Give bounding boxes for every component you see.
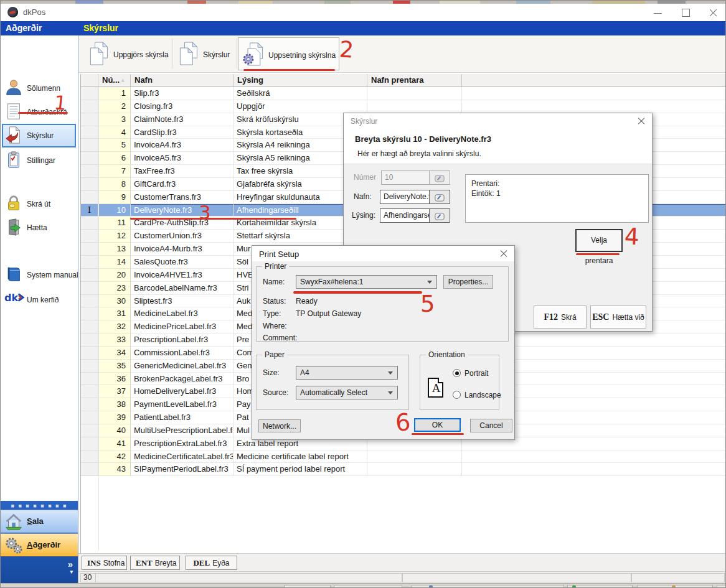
sidebar-item-skra-ut[interactable]: Skrá út <box>2 192 76 216</box>
row-selector-cell[interactable] <box>81 307 98 320</box>
table-row[interactable]: 1 Slip.fr3 Seðilskrá <box>81 87 726 100</box>
dialog-title: Skýrslur <box>351 117 377 126</box>
maximize-button[interactable] <box>672 4 699 21</box>
row-selector-cell[interactable] <box>81 113 98 126</box>
toolbar-button-uppgjors-skyrsla[interactable]: Uppgjörs skýrsla <box>83 37 171 70</box>
column-header-nafn-prentara[interactable]: Nafn prentara <box>367 74 462 86</box>
log-document-icon <box>4 102 23 121</box>
row-selector-cell[interactable] <box>81 165 98 178</box>
ok-button[interactable]: OK <box>414 418 461 432</box>
column-header-nafn[interactable]: Nafn <box>131 74 233 86</box>
taskbar-item[interactable] <box>284 585 331 588</box>
nav-overflow-chevron[interactable]: »▾ <box>68 561 73 576</box>
row-selector-cell[interactable] <box>81 411 98 424</box>
nav-gripper[interactable]: ■ ■ ■ ■ ■ ■ ■ ■ <box>1 504 78 508</box>
sidebar-item-skyrslur[interactable]: Skýrslur <box>2 124 76 147</box>
sidebar-item-system-manual[interactable]: System manual <box>2 263 76 287</box>
row-selector-cell[interactable] <box>81 178 98 191</box>
cell-numer: 14 <box>98 256 131 269</box>
esc-haetta-vid-button[interactable]: ESCHætta við <box>590 306 646 329</box>
cell-numer: 33 <box>98 334 131 347</box>
ins-stofna-button[interactable]: INSStofna <box>82 556 127 570</box>
velja-prentara-button[interactable]: Velja prentara <box>575 229 623 252</box>
header-band: Aðgerðir Skýrslur <box>1 21 726 35</box>
table-row[interactable]: 42 MedicineCertificateLabel.fr3 Medicine… <box>81 450 726 464</box>
annotation-underline-6 <box>412 433 464 435</box>
cell-nafn: BrokenPackageLabel.fr3 <box>131 373 233 386</box>
taskbar-item[interactable] <box>334 585 402 588</box>
row-selector-cell[interactable] <box>81 347 98 360</box>
row-selector-cell[interactable] <box>81 320 98 334</box>
portrait-radio[interactable] <box>453 369 461 377</box>
minimize-button[interactable] <box>644 4 672 21</box>
taskbar-item[interactable] <box>717 585 726 588</box>
row-selector-cell[interactable] <box>81 139 98 152</box>
row-selector-cell[interactable] <box>81 87 98 100</box>
row-selector-cell[interactable] <box>81 424 98 437</box>
toolbar-button-uppsetning-skyrslna[interactable]: Uppsetning skýrslna <box>238 37 339 70</box>
cell-nafn-prentara <box>367 100 462 113</box>
row-selector-cell[interactable] <box>81 373 98 386</box>
column-header-numer[interactable]: Nú...▵ <box>98 74 131 86</box>
toolbar-button-skyrslur[interactable]: Skýrslur <box>173 37 236 70</box>
paper-source-select[interactable]: Automatically Select <box>296 386 398 399</box>
properties-button[interactable]: Properties... <box>443 275 493 289</box>
svg-text:dk: dk <box>4 292 18 304</box>
row-selector-cell[interactable] <box>81 360 98 373</box>
row-selector-cell[interactable] <box>81 463 98 476</box>
row-selector-cell[interactable] <box>81 217 98 230</box>
keyboard-key-icon[interactable] <box>429 208 450 223</box>
row-selector-cell[interactable] <box>81 385 98 398</box>
f12-skra-button[interactable]: F12Skrá <box>534 306 587 329</box>
app-window: dkPos Aðgerðir Skýrslur Sölumenn Atburða… <box>0 0 726 588</box>
sidebar-item-stillingar[interactable]: Stillingar <box>2 149 76 172</box>
cell-numer: 13 <box>98 243 131 256</box>
sidebar-item-haetta[interactable]: Hætta <box>2 216 76 240</box>
nafn-label: Nafn: <box>354 192 372 201</box>
cell-nafn: CustomerTrans.fr3 <box>131 191 233 204</box>
printer-name-select[interactable]: SwyxFax#helena:1 <box>296 275 437 289</box>
taskbar-item[interactable] <box>567 585 633 588</box>
row-selector-cell[interactable] <box>81 282 98 295</box>
row-selector-cell[interactable] <box>81 243 98 256</box>
dialog-header: Breyta skýrslu 10 - DeliveryNote.fr3 Hér… <box>344 129 652 164</box>
column-header-lysing[interactable]: Lýsing <box>233 74 367 86</box>
nafn-field[interactable]: DeliveryNote.fr3 <box>380 190 430 204</box>
row-selector-header[interactable] <box>81 74 98 86</box>
row-selector-cell[interactable] <box>81 126 98 139</box>
cancel-button[interactable]: Cancel <box>470 419 512 432</box>
row-selector-cell[interactable] <box>81 191 98 204</box>
row-selector-cell[interactable] <box>81 398 98 411</box>
keyboard-key-icon[interactable] <box>429 190 450 204</box>
row-selector-cell[interactable] <box>81 437 98 450</box>
row-selector-cell[interactable] <box>81 152 98 165</box>
table-row[interactable]: 43 SIPaymentPeriodLabel.fr3 SÍ payment p… <box>81 463 726 476</box>
close-button[interactable] <box>699 4 726 21</box>
row-selector-cell[interactable] <box>81 100 98 113</box>
network-button[interactable]: Network... <box>258 419 301 432</box>
nav-item-adgerdir[interactable]: Aðgerðir <box>1 533 78 557</box>
close-icon[interactable] <box>498 248 509 259</box>
nav-item-sala[interactable]: Sala <box>1 510 78 533</box>
table-row[interactable]: 2 Closing.fr3 Uppgjör <box>81 100 726 113</box>
row-selector-cell[interactable] <box>81 334 98 347</box>
sidebar-item-um-kerfid[interactable]: dk Um kerfið <box>2 288 76 312</box>
os-taskbar-sliver <box>1 583 726 588</box>
row-selector-cell[interactable] <box>81 450 98 464</box>
row-selector-cell[interactable] <box>81 295 98 308</box>
del-eyda-button[interactable]: DELEyða <box>186 556 237 570</box>
cell-nafn: TaxFree.fr3 <box>131 165 233 178</box>
row-selector-cell[interactable] <box>81 269 98 282</box>
row-selector-cell[interactable] <box>81 230 98 243</box>
paper-size-select[interactable]: A4 <box>296 366 398 380</box>
close-icon[interactable] <box>636 116 647 127</box>
landscape-radio[interactable] <box>453 391 461 399</box>
row-selector-cell[interactable] <box>81 256 98 269</box>
taskbar-item[interactable] <box>412 585 564 588</box>
row-selector-cell[interactable] <box>81 204 98 217</box>
status-value: Ready <box>296 297 318 306</box>
ent-breyta-button[interactable]: ENTBreyta <box>130 556 180 570</box>
cell-numer: 35 <box>98 360 131 373</box>
printer-info-line: Prentari: <box>471 179 648 189</box>
lysing-field[interactable]: Afhendingarseðill <box>380 208 430 223</box>
